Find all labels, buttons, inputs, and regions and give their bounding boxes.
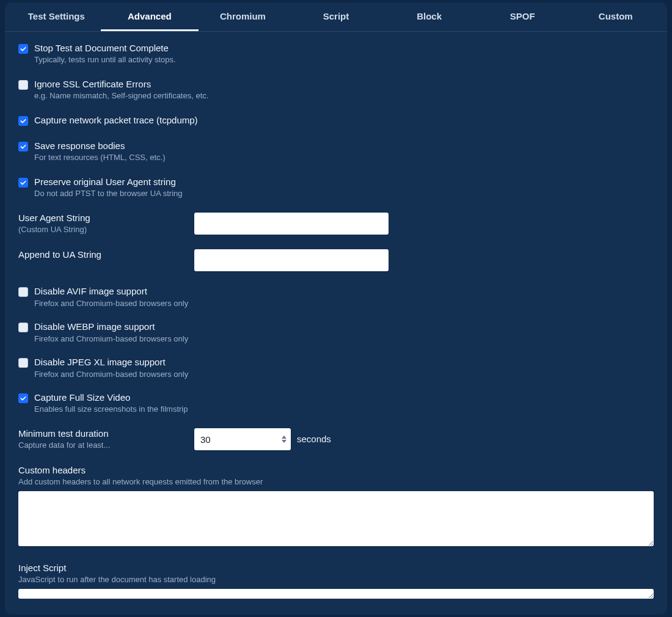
min-duration-input[interactable] <box>194 428 291 450</box>
append-ua-label: Append to UA String <box>18 249 194 260</box>
preserve-ua-checkbox[interactable] <box>18 178 28 188</box>
stop-test-checkbox[interactable] <box>18 44 28 54</box>
save-bodies-hint: For text resources (HTML, CSS, etc.) <box>34 153 166 162</box>
min-duration-unit: seconds <box>297 428 331 450</box>
disable-jxl-label: Disable JPEG XL image support <box>34 357 166 367</box>
preserve-ua-label: Preserve original User Agent string <box>34 177 183 187</box>
stop-test-hint: Typically, tests run until all activity … <box>34 55 176 64</box>
ua-string-label: User Agent String <box>18 213 194 223</box>
custom-headers-hint: Add custom headers to all network reques… <box>18 477 654 486</box>
inject-script-label: Inject Script <box>18 563 654 573</box>
disable-jxl-checkbox[interactable] <box>18 358 28 368</box>
full-video-label: Capture Full Size Video <box>34 392 188 403</box>
save-bodies-label: Save response bodies <box>34 141 166 151</box>
min-duration-hint: Capture data for at least... <box>18 440 194 450</box>
min-duration-label: Minimum test duration <box>18 428 194 439</box>
min-duration-spinner[interactable] <box>280 433 288 445</box>
disable-avif-hint: Firefox and Chromium-based browsers only <box>34 299 654 308</box>
disable-jxl-hint: Firefox and Chromium-based browsers only <box>34 370 654 379</box>
chevron-up-icon[interactable] <box>282 436 287 439</box>
stop-test-label: Stop Test at Document Complete <box>34 43 176 53</box>
chevron-down-icon[interactable] <box>282 440 287 443</box>
tab-spof[interactable]: SPOF <box>476 2 569 31</box>
tab-advanced[interactable]: Advanced <box>103 2 197 31</box>
tab-chromium[interactable]: Chromium <box>196 2 290 31</box>
save-bodies-checkbox[interactable] <box>18 142 28 152</box>
custom-headers-label: Custom headers <box>18 465 654 475</box>
ignore-ssl-label: Ignore SSL Certificate Errors <box>34 79 208 89</box>
tcpdump-label: Capture network packet trace (tcpdump) <box>34 115 198 125</box>
disable-webp-hint: Firefox and Chromium-based browsers only <box>34 334 654 343</box>
tab-block[interactable]: Block <box>382 2 476 31</box>
tcpdump-checkbox[interactable] <box>18 116 28 126</box>
tab-test-settings[interactable]: Test Settings <box>10 2 103 31</box>
settings-panel: Test Settings Advanced Chromium Script B… <box>5 2 667 615</box>
append-ua-input[interactable] <box>194 249 389 271</box>
custom-headers-textarea[interactable] <box>18 491 654 546</box>
ignore-ssl-hint: e.g. Name mismatch, Self-signed certific… <box>34 91 208 100</box>
ua-string-hint: (Custom UA String) <box>18 225 194 234</box>
disable-webp-checkbox[interactable] <box>18 323 28 332</box>
inject-script-hint: JavaScript to run after the document has… <box>18 575 654 584</box>
disable-avif-label: Disable AVIF image support <box>34 286 147 296</box>
tab-script[interactable]: Script <box>290 2 383 31</box>
tab-custom[interactable]: Custom <box>569 2 662 31</box>
full-video-hint: Enables full size screenshots in the fil… <box>34 404 188 414</box>
ignore-ssl-checkbox[interactable] <box>18 80 28 90</box>
advanced-content: Stop Test at Document Complete Typically… <box>5 32 667 610</box>
tabs: Test Settings Advanced Chromium Script B… <box>5 2 667 32</box>
disable-webp-label: Disable WEBP image support <box>34 321 155 332</box>
disable-avif-checkbox[interactable] <box>18 287 28 297</box>
inject-script-textarea[interactable] <box>18 589 654 599</box>
ua-string-input[interactable] <box>194 213 389 235</box>
full-video-checkbox[interactable] <box>18 393 28 403</box>
preserve-ua-hint: Do not add PTST to the browser UA string <box>34 189 183 198</box>
